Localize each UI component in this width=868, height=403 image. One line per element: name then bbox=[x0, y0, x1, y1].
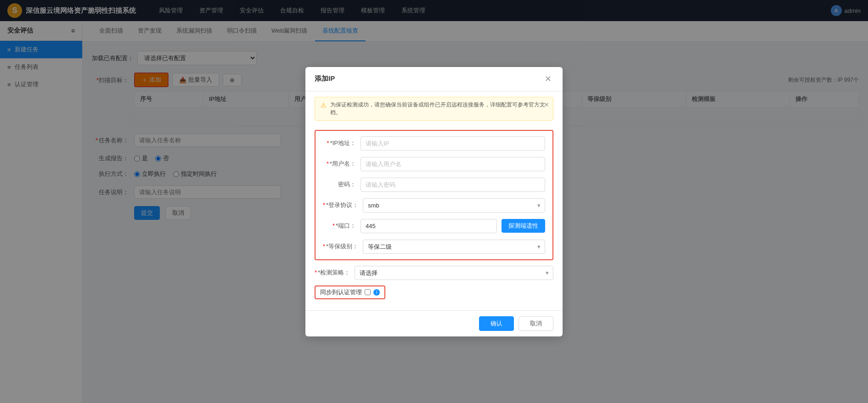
modal-overlay[interactable]: 添加IP ✕ ⚠ 为保证检测成功，请您确保当前设备或组件已开启远程连接服务，详细… bbox=[0, 0, 868, 403]
modal-ip-input[interactable] bbox=[361, 136, 545, 151]
modal-password-row: 密码： bbox=[323, 178, 545, 192]
modal-protocol-wrapper: smb ssh telnet winrm ▾ bbox=[363, 198, 545, 213]
modal-cancel-button[interactable]: 取消 bbox=[519, 316, 553, 331]
warning-icon: ⚠ bbox=[321, 101, 327, 109]
warning-close-button[interactable]: ✕ bbox=[544, 101, 549, 108]
modal-username-input[interactable] bbox=[361, 157, 545, 171]
modal-body: *IP地址： *用户名： 密码： *登录协议： bbox=[305, 126, 563, 310]
modal-protocol-label: *登录协议： bbox=[323, 201, 358, 209]
modal-strategy-row: *检测策略： 请选择 ▾ bbox=[315, 266, 553, 280]
modal-form-section: *IP地址： *用户名： 密码： *登录协议： bbox=[315, 130, 553, 260]
modal-ip-row: *IP地址： bbox=[323, 136, 545, 151]
modal-footer: 确认 取消 bbox=[305, 310, 563, 336]
modal-level-label: *等保级别： bbox=[323, 242, 358, 251]
warning-text: 为保证检测成功，请您确保当前设备或组件已开启远程连接服务，详细配置可参考官方文档… bbox=[330, 101, 547, 117]
modal-ip-label: *IP地址： bbox=[323, 139, 356, 147]
modal-username-label: *用户名： bbox=[323, 160, 356, 168]
modal-strategy-select[interactable]: 请选择 bbox=[355, 266, 553, 280]
modal-port-input[interactable] bbox=[361, 219, 497, 233]
modal-confirm-button[interactable]: 确认 bbox=[479, 316, 514, 331]
modal-port-row: *端口： 探测端遗性 bbox=[323, 219, 545, 233]
modal-header: 添加IP ✕ bbox=[305, 67, 563, 91]
sync-info-icon[interactable]: i bbox=[373, 289, 380, 296]
modal-password-input[interactable] bbox=[361, 178, 545, 192]
modal-level-select[interactable]: 等保一级 等保二级 等保三级 等保四级 bbox=[363, 240, 545, 254]
modal-protocol-select[interactable]: smb ssh telnet winrm bbox=[363, 198, 545, 213]
add-ip-modal: 添加IP ✕ ⚠ 为保证检测成功，请您确保当前设备或组件已开启远程连接服务，详细… bbox=[305, 67, 563, 336]
modal-username-row: *用户名： bbox=[323, 157, 545, 171]
sync-row: 同步到认证管理 i bbox=[315, 285, 385, 299]
modal-title: 添加IP bbox=[315, 74, 335, 83]
sync-checkbox[interactable] bbox=[365, 289, 371, 295]
detect-vuln-button[interactable]: 探测端遗性 bbox=[502, 219, 545, 233]
modal-level-wrapper: 等保一级 等保二级 等保三级 等保四级 ▾ bbox=[363, 240, 545, 254]
modal-strategy-label: *检测策略： bbox=[315, 269, 350, 277]
modal-warning: ⚠ 为保证检测成功，请您确保当前设备或组件已开启远程连接服务，详细配置可参考官方… bbox=[315, 97, 553, 121]
modal-close-button[interactable]: ✕ bbox=[542, 73, 553, 84]
modal-protocol-row: *登录协议： smb ssh telnet winrm ▾ bbox=[323, 198, 545, 213]
sync-label: 同步到认证管理 bbox=[320, 288, 362, 297]
modal-port-label: *端口： bbox=[323, 222, 356, 230]
modal-password-label: 密码： bbox=[323, 180, 356, 189]
modal-level-row: *等保级别： 等保一级 等保二级 等保三级 等保四级 ▾ bbox=[323, 240, 545, 254]
modal-strategy-wrapper: 请选择 ▾ bbox=[355, 266, 553, 280]
